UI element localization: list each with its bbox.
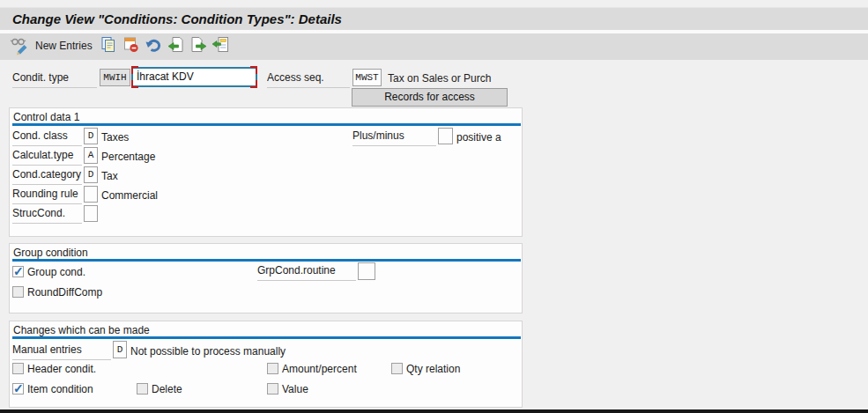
section-rule	[12, 259, 521, 262]
manual-entries-field[interactable]: D	[113, 341, 127, 358]
title-bar: Change View "Conditions: Condition Types…	[0, 7, 868, 31]
access-seq-label: Access seq.	[267, 70, 350, 88]
checkbox-label: Delete	[152, 383, 182, 395]
access-seq-desc: Tax on Sales or Purch	[388, 70, 491, 86]
cond-class-label: Cond. class	[12, 129, 82, 146]
cond-category-field[interactable]: D	[84, 166, 98, 183]
window-bottom-edge	[0, 409, 868, 413]
group-condition-title: Group condition	[13, 247, 88, 259]
condit-type-name-input[interactable]: İhracat KDV	[131, 67, 257, 87]
next-entry-icon[interactable]	[189, 36, 209, 57]
struccond-field[interactable]	[84, 205, 98, 222]
rounding-rule-desc: Commercial	[101, 188, 158, 203]
access-seq-code-field[interactable]: MWST	[352, 69, 382, 86]
checkbox-box[interactable]	[12, 286, 24, 298]
rounding-rule-label: Rounding rule	[12, 187, 82, 204]
cursor-corner	[250, 66, 257, 74]
struccond-label: StrucCond.	[12, 206, 82, 224]
application-toolbar: New Entries	[0, 33, 868, 60]
other-entry-icon[interactable]	[211, 36, 231, 57]
new-entries-button[interactable]: New Entries	[35, 40, 93, 52]
plus-minus-field[interactable]	[438, 128, 453, 144]
condit-type-code-field[interactable]: MWIH	[100, 69, 130, 86]
cond-class-field[interactable]: D	[84, 128, 98, 144]
checkbox-label: Qty relation	[406, 363, 460, 375]
cursor-corner	[250, 80, 257, 88]
checkbox-box[interactable]	[12, 266, 24, 277]
checkbox-label: RoundDiffComp	[27, 286, 102, 299]
checkbox-label: Item condition	[27, 383, 93, 395]
cursor-corner	[131, 80, 138, 88]
previous-entry-icon[interactable]	[167, 36, 187, 57]
checkbox-box[interactable]	[267, 383, 278, 395]
plus-minus-label: Plus/minus	[352, 129, 436, 146]
checkbox-box[interactable]	[391, 363, 403, 374]
changes-title: Changes which can be made	[13, 324, 150, 336]
cond-class-desc: Taxes	[101, 129, 129, 145]
rounding-rule-field[interactable]	[84, 186, 98, 203]
checkbox-box[interactable]	[137, 383, 148, 395]
cond-category-desc: Tax	[101, 168, 118, 184]
undo-icon[interactable]	[145, 36, 164, 57]
checkbox-label: Amount/percent	[282, 363, 357, 375]
calculat-type-field[interactable]: A	[84, 147, 98, 164]
checkbox-box[interactable]	[12, 363, 24, 374]
control-data-title: Control data 1	[13, 111, 79, 123]
cursor-corner	[131, 66, 138, 74]
grpcond-routine-field[interactable]	[358, 262, 375, 280]
checkbox-label: Group cond.	[27, 266, 85, 278]
checkbox-label: Header condit.	[27, 363, 96, 375]
delete-icon[interactable]	[122, 36, 142, 57]
condit-type-name-value: İhracat KDV	[133, 69, 256, 85]
copy-icon[interactable]	[100, 36, 119, 57]
records-for-access-button[interactable]: Records for access	[352, 88, 508, 107]
page-title: Change View "Conditions: Condition Types…	[12, 11, 342, 26]
cond-category-label: Cond.category	[12, 167, 82, 185]
condit-type-label: Condit. type	[12, 70, 97, 88]
calculat-type-label: Calculat.type	[12, 148, 82, 166]
display-change-icon[interactable]	[10, 36, 29, 57]
plus-minus-desc: positive a	[456, 129, 522, 145]
section-rule	[12, 123, 521, 126]
manual-entries-label: Manual entries	[12, 343, 111, 360]
calculat-type-desc: Percentage	[101, 149, 155, 165]
section-rule	[12, 336, 521, 339]
grpcond-routine-label: GrpCond.routine	[257, 263, 356, 281]
checkbox-box[interactable]	[12, 383, 24, 395]
checkbox-box[interactable]	[267, 363, 278, 374]
sap-window: Change View "Conditions: Condition Types…	[0, 0, 868, 413]
checkbox-label: Value	[282, 383, 308, 395]
manual-entries-desc: Not possible to process manually	[130, 343, 286, 359]
